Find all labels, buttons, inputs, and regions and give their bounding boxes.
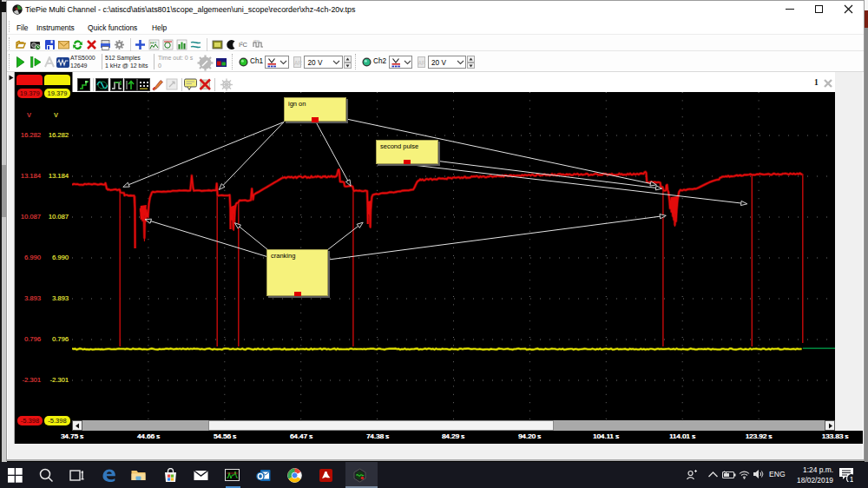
svg-text:0110: 0110 [253,40,260,43]
svg-text:1: 1 [850,475,853,483]
svg-text:I²C: I²C [239,41,248,49]
svg-text:FFT: FFT [150,41,157,45]
